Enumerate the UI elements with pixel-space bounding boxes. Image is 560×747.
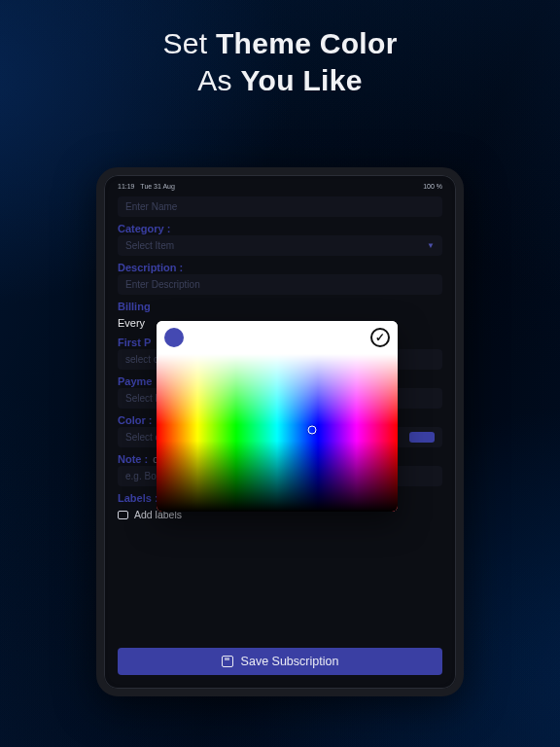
- color-picker: ✓: [157, 321, 398, 512]
- status-time: 11:19: [118, 183, 135, 190]
- status-battery: 100 %: [423, 183, 442, 190]
- tablet-frame: 11:19 Tue 31 Aug 100 % Category : Select…: [96, 167, 464, 696]
- selected-color-dot: [164, 328, 184, 347]
- labels-label-text: Labels :: [118, 492, 158, 504]
- save-button-label: Save Subscription: [241, 655, 339, 668]
- save-icon: [222, 656, 233, 667]
- category-placeholder: Select Item: [125, 240, 174, 251]
- status-bar: 11:19 Tue 31 Aug 100 %: [108, 179, 452, 193]
- save-subscription-button[interactable]: Save Subscription: [118, 648, 442, 675]
- billing-label: Billing: [118, 295, 442, 313]
- headline-text-1: Set: [162, 27, 216, 59]
- headline-text-2: As: [197, 64, 240, 96]
- status-date: Tue 31 Aug: [140, 183, 175, 190]
- color-swatch: [409, 432, 435, 443]
- headline-bold-1: Theme Color: [216, 27, 398, 59]
- color-picker-header: ✓: [157, 321, 398, 354]
- color-picker-cursor[interactable]: [308, 426, 317, 435]
- chevron-down-icon: ▼: [427, 241, 435, 250]
- category-label: Category :: [118, 217, 442, 235]
- color-picker-canvas[interactable]: [157, 354, 398, 512]
- tablet-screen: 11:19 Tue 31 Aug 100 % Category : Select…: [108, 179, 452, 685]
- description-input[interactable]: [118, 274, 442, 295]
- confirm-color-button[interactable]: ✓: [370, 328, 390, 347]
- headline-bold-2: You Like: [241, 64, 363, 96]
- description-label: Description :: [118, 256, 442, 274]
- label-icon: [118, 511, 128, 519]
- note-label-text: Note :: [118, 453, 148, 465]
- category-select[interactable]: Select Item ▼: [118, 235, 442, 256]
- name-input[interactable]: [118, 196, 442, 217]
- check-icon: ✓: [375, 331, 385, 344]
- marketing-headline: Set Theme Color As You Like: [0, 0, 560, 98]
